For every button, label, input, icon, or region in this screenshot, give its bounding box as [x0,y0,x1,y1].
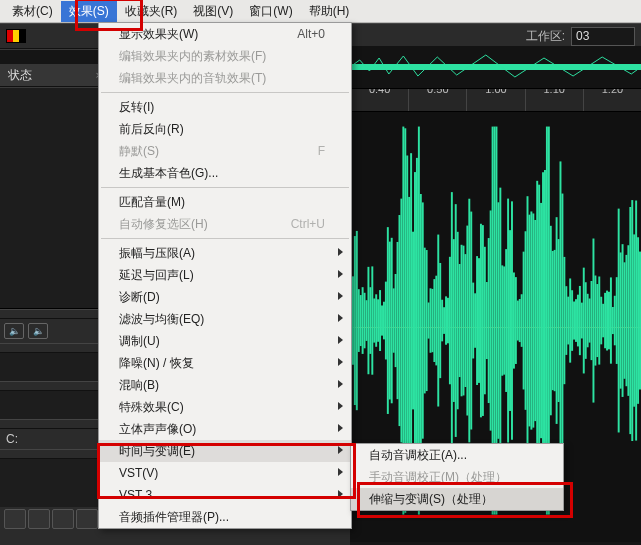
svg-rect-72 [486,282,488,359]
svg-rect-49 [441,300,443,342]
status-panel-header[interactable]: 状态 × [0,64,110,87]
fx-item-22[interactable]: VST(V) [99,462,351,484]
fx-item-4[interactable]: 反转(I) [99,96,351,118]
svg-rect-125 [589,298,591,342]
time-pitch-submenu: 自动音调校正(A)...手动音调校正(M)（处理）伸缩与变调(S)（处理） [350,443,564,511]
svg-rect-52 [447,298,449,343]
status-panel-body [0,87,110,309]
menu-effects[interactable]: 效果(S) [61,1,117,22]
submenu-arrow-icon [338,336,343,344]
submenu-item-0[interactable]: 自动音调校正(A)... [351,444,563,466]
fx-item-5[interactable]: 前后反向(R) [99,118,351,140]
tick: 1:10 [525,89,583,111]
svg-rect-25 [395,274,397,367]
fx-item-24[interactable]: 音频插件管理器(P)... [99,506,351,528]
svg-rect-20 [385,282,387,360]
svg-rect-69 [480,224,482,418]
fx-item-label: 反转(I) [119,99,154,116]
svg-rect-147 [631,200,633,441]
menu-help[interactable]: 帮助(H) [301,1,358,22]
fx-item-16[interactable]: 调制(U) [99,330,351,352]
language-flag-icon[interactable] [6,29,26,43]
svg-rect-62 [466,226,468,416]
svg-rect-130 [598,276,600,364]
channel-label: C: [0,429,110,449]
svg-rect-127 [592,239,594,403]
svg-rect-137 [612,307,614,334]
fx-item-23[interactable]: VST 3 [99,484,351,506]
fx-item-1: 编辑效果夹内的素材效果(F) [99,45,351,67]
svg-rect-126 [591,281,593,360]
fx-item-15[interactable]: 滤波与均衡(EQ) [99,308,351,330]
submenu-arrow-icon [338,446,343,454]
timeline-ruler[interactable]: 0:40 0:50 1:00 1:10 1:20 [350,89,641,112]
svg-rect-63 [468,199,470,443]
transport-btn-2[interactable] [28,509,50,529]
submenu-item-2[interactable]: 伸缩与变调(S)（处理） [351,488,563,510]
fx-item-label: 振幅与压限(A) [119,245,195,262]
svg-rect-53 [449,257,451,384]
menu-bar: 素材(C) 效果(S) 收藏夹(R) 视图(V) 窗口(W) 帮助(H) [0,0,641,23]
menu-favorites[interactable]: 收藏夹(R) [117,1,186,22]
fx-item-14[interactable]: 诊断(D) [99,286,351,308]
menu-view[interactable]: 视图(V) [185,1,241,22]
svg-rect-140 [618,209,620,433]
svg-rect-105 [550,226,552,415]
fx-item-21[interactable]: 时间与变调(E) [99,440,351,462]
svg-rect-116 [571,290,573,351]
svg-rect-10 [366,300,368,341]
svg-rect-95 [530,211,532,429]
svg-rect-13 [371,266,373,374]
menu-clip[interactable]: 素材(C) [4,1,61,22]
fx-item-label: 立体声声像(O) [119,421,196,438]
fx-item-19[interactable]: 特殊效果(C) [99,396,351,418]
svg-rect-90 [521,294,523,347]
fx-item-20[interactable]: 立体声声像(O) [99,418,351,440]
fx-item-10: 自动修复选区(H)Ctrl+U [99,213,351,235]
fx-item-9[interactable]: 匹配音量(M) [99,191,351,213]
svg-rect-11 [367,267,369,374]
svg-rect-58 [459,264,461,377]
svg-rect-44 [431,289,433,352]
fx-item-17[interactable]: 降噪(N) / 恢复 [99,352,351,374]
svg-rect-91 [523,252,525,390]
speaker-left-icon[interactable]: 🔈 [4,323,24,339]
submenu-item-1: 手动音调校正(M)（处理） [351,466,563,488]
svg-rect-39 [422,202,424,438]
overview-waveform[interactable] [350,46,641,89]
svg-rect-134 [606,291,608,351]
fx-item-label: 匹配音量(M) [119,194,185,211]
transport-btn-4[interactable] [76,509,98,529]
svg-rect-56 [455,204,457,437]
submenu-arrow-icon [338,490,343,498]
submenu-arrow-icon [338,292,343,300]
svg-rect-3 [352,276,354,364]
svg-rect-33 [410,153,412,488]
svg-rect-78 [497,202,499,438]
svg-rect-112 [563,257,565,384]
svg-rect-119 [577,295,579,347]
svg-rect-54 [451,192,453,449]
transport-btn-1[interactable] [4,509,26,529]
svg-rect-101 [542,172,544,469]
speaker-right-icon[interactable]: 🔈 [28,323,48,339]
svg-rect-73 [488,238,490,403]
fx-item-label: 降噪(N) / 恢复 [119,355,194,372]
workspace-field[interactable]: 03 [571,27,635,46]
fx-item-12[interactable]: 振幅与压限(A) [99,242,351,264]
fx-item-0[interactable]: 显示效果夹(W)Alt+0 [99,23,351,45]
fx-item-label: 滤波与均衡(EQ) [119,311,204,328]
svg-rect-120 [579,286,581,355]
workspace-label: 工作区: [526,28,565,45]
menu-window[interactable]: 窗口(W) [241,1,300,22]
fx-item-18[interactable]: 混响(B) [99,374,351,396]
svg-rect-36 [416,158,418,483]
fx-item-label: 生成基本音色(G)... [119,165,218,182]
transport-btn-3[interactable] [52,509,74,529]
fx-item-label: 编辑效果夹内的音轨效果(T) [119,70,266,87]
fx-item-13[interactable]: 延迟与回声(L) [99,264,351,286]
fx-item-7[interactable]: 生成基本音色(G)... [99,162,351,184]
svg-rect-26 [397,242,399,399]
svg-rect-131 [600,297,602,345]
fx-item-label: 混响(B) [119,377,159,394]
